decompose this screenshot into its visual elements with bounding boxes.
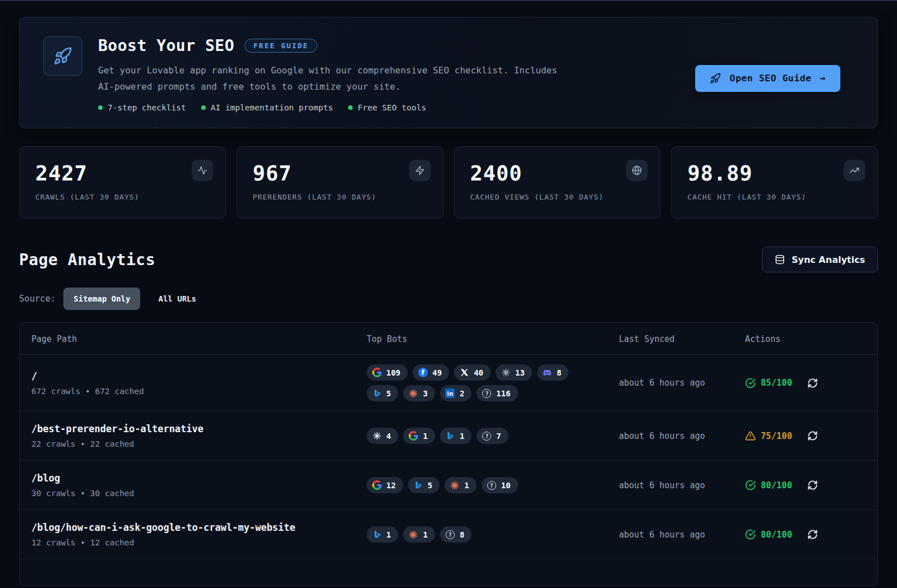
table-body: / 672 crawls • 672 cached 109f494013853i…	[20, 355, 877, 559]
score-value: 85/100	[761, 378, 792, 388]
anthropic-bot-icon	[408, 388, 418, 399]
page-meta: 12 crawls • 12 cached	[31, 538, 367, 547]
table-row: /blog 30 crawls • 30 cached 1251?10 abou…	[20, 461, 877, 510]
seo-banner: Boost Your SEO FREE GUIDE Get your Lovab…	[19, 17, 878, 128]
stat-value: 2400	[470, 161, 645, 186]
bing-bot-pill: 1	[367, 526, 398, 543]
score-badge: 75/100	[745, 430, 792, 441]
unknown-bot-icon: ?	[482, 388, 492, 399]
facebook-bot-icon: f	[418, 368, 428, 378]
refresh-button[interactable]	[807, 480, 818, 490]
bot-count: 8	[557, 368, 561, 377]
stat-card-cache-hit: 98.89 CACHE HIT (LAST 30 DAYS)	[671, 146, 878, 219]
discord-bot-icon	[542, 368, 552, 378]
refresh-button[interactable]	[807, 378, 818, 388]
stat-label: CACHE HIT (LAST 30 DAYS)	[687, 193, 862, 201]
bing-bot-icon	[372, 530, 382, 540]
bot-count: 5	[386, 389, 391, 398]
stat-card-cached-views: 2400 CACHED VIEWS (LAST 30 DAYS)	[454, 146, 661, 219]
source-option-sitemap-only[interactable]: Sitemap Only	[63, 288, 140, 310]
free-guide-badge: FREE GUIDE	[244, 39, 317, 53]
google-bot-pill: 12	[367, 477, 403, 493]
page-path[interactable]: /blog/how-can-i-ask-google-to-crawl-my-w…	[31, 522, 367, 533]
page-meta: 22 crawls • 22 cached	[31, 439, 367, 448]
table-row: /best-prerender-io-alternative 22 crawls…	[20, 411, 877, 461]
openai-bot-icon	[501, 368, 511, 378]
green-dot-icon	[201, 105, 206, 110]
trending-up-icon	[844, 160, 865, 181]
open-seo-guide-button[interactable]: Open SEO Guide →	[695, 65, 840, 92]
source-toggle-row: Source: Sitemap Only All URLs	[19, 288, 878, 310]
bing-bot-icon	[445, 431, 455, 441]
page-path[interactable]: /blog	[31, 473, 367, 484]
zap-icon	[409, 160, 431, 181]
column-header-page-path: Page Path	[31, 334, 367, 344]
facebook-bot-pill: f49	[413, 364, 449, 381]
page-analytics-title: Page Analytics	[19, 251, 155, 269]
anthropic-bot-pill: 3	[403, 385, 434, 401]
page-path[interactable]: /	[31, 371, 367, 382]
page-path-cell: / 672 crawls • 672 cached	[31, 371, 367, 396]
banner-feature-list: 7-step checklist AI implementation promp…	[98, 103, 679, 112]
source-option-all-urls[interactable]: All URLs	[148, 288, 206, 310]
check-circle-icon	[745, 480, 756, 490]
google-bot-icon	[372, 480, 382, 490]
bot-list: 411?7	[367, 428, 619, 444]
last-synced: about 6 hours ago	[619, 480, 745, 490]
bot-count: 116	[496, 389, 510, 398]
last-synced: about 6 hours ago	[619, 431, 745, 441]
check-circle-icon	[745, 378, 756, 388]
unknown-bot-icon: ?	[487, 480, 497, 490]
bot-list: 1251?10	[367, 477, 619, 493]
bot-count: 12	[386, 481, 396, 490]
stat-cards: 2427 CRAWLS (LAST 30 DAYS) 967 PRERENDER…	[19, 146, 878, 219]
bot-count: 13	[515, 368, 525, 377]
anthropic-bot-icon	[408, 530, 418, 540]
unknown-bot-icon: ?	[482, 431, 492, 441]
x-bot-pill: 40	[454, 364, 491, 381]
unknown-bot-pill: ?10	[482, 477, 518, 493]
refresh-button[interactable]	[807, 430, 818, 441]
linkedin-bot-icon: in	[445, 388, 455, 399]
stat-value: 2427	[35, 161, 210, 186]
unknown-bot-pill: ?116	[477, 385, 517, 401]
score-badge: 80/100	[745, 529, 792, 540]
alert-triangle-icon	[745, 430, 756, 441]
actions-cell: 80/100	[745, 529, 877, 540]
bot-count: 2	[460, 389, 464, 398]
openai-bot-pill: 13	[496, 364, 532, 381]
x-bot-icon	[459, 368, 469, 378]
bot-count: 8	[460, 530, 464, 539]
green-dot-icon	[348, 105, 353, 110]
perplexity-bot-icon	[372, 431, 382, 441]
page-path[interactable]: /best-prerender-io-alternative	[31, 423, 367, 434]
globe-icon	[626, 160, 648, 181]
score-value: 75/100	[761, 431, 792, 441]
refresh-button[interactable]	[807, 529, 818, 540]
feature-item: 7-step checklist	[98, 103, 186, 112]
bing-bot-pill: 5	[408, 477, 440, 493]
feature-item: Free SEO tools	[348, 103, 426, 112]
page-path-cell: /blog 30 crawls • 30 cached	[31, 473, 367, 498]
banner-content: Boost Your SEO FREE GUIDE Get your Lovab…	[98, 36, 679, 112]
bot-count: 40	[474, 368, 483, 377]
score-badge: 80/100	[745, 480, 792, 490]
green-dot-icon	[98, 105, 103, 110]
bot-list: 109f494013853in2?116	[367, 364, 619, 401]
discord-bot-pill: 8	[537, 364, 568, 381]
top-divider	[0, 0, 897, 1]
banner-description: Get your Lovable app ranking on Google w…	[98, 62, 563, 95]
sync-analytics-button[interactable]: Sync Analytics	[762, 247, 878, 272]
score-value: 80/100	[761, 480, 792, 490]
bing-bot-icon	[413, 480, 423, 490]
column-header-top-bots: Top Bots	[367, 334, 619, 344]
page-meta: 30 crawls • 30 cached	[31, 489, 367, 498]
google-bot-icon	[408, 431, 418, 441]
actions-cell: 75/100	[745, 430, 877, 441]
bot-count: 1	[460, 432, 464, 441]
page-analytics-table: Page Path Top Bots Last Synced Actions /…	[19, 322, 878, 586]
rocket-icon	[710, 73, 721, 84]
stat-label: CACHED VIEWS (LAST 30 DAYS)	[470, 193, 645, 201]
database-icon	[775, 254, 785, 265]
page-meta: 672 crawls • 672 cached	[31, 387, 367, 396]
